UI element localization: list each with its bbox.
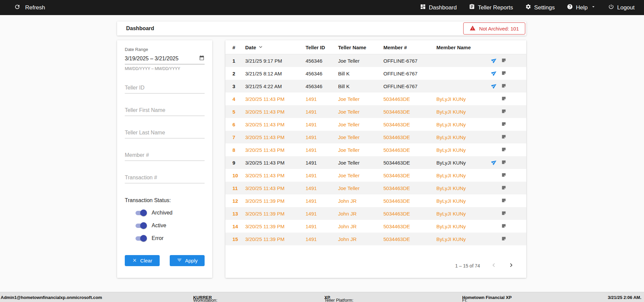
cell-member-name: ByLyJI KUNy (436, 109, 481, 115)
nav-dashboard-label: Dashboard (429, 4, 457, 11)
cell-teller-id: 1491 (306, 147, 338, 153)
main-content: Dashboard Not Archived: 101 Date Range 3… (117, 21, 526, 278)
teller-first-name-field[interactable] (125, 105, 205, 116)
error-switch[interactable] (135, 235, 147, 242)
send-icon[interactable] (491, 83, 497, 89)
column-header-teller-id[interactable]: Teller ID (306, 45, 338, 50)
note-icon[interactable] (501, 236, 506, 242)
note-icon[interactable] (501, 210, 506, 217)
column-header-teller-name[interactable]: Teller Name (338, 45, 383, 50)
date-range-input[interactable]: 3/19/2025 – 3/21/2025 (125, 53, 205, 64)
refresh-button[interactable]: Refresh (14, 4, 45, 12)
clear-button[interactable]: Clear (125, 255, 160, 266)
transaction-status-label: Transaction Status: (125, 197, 205, 203)
table-row[interactable]: 2 3/21/25 8:12 AM 456346 Bill K OFFLINE-… (225, 67, 526, 80)
column-header-member-name[interactable]: Member Name (436, 45, 481, 50)
previous-page-button[interactable] (490, 261, 497, 270)
status-bar: Admin1@hometownfinancialxp.onmicrosoft.c… (0, 292, 644, 302)
table-row[interactable]: 9 3/20/25 11:43 PM 1491 Joe Teller 50344… (225, 156, 526, 169)
cell-date: 3/20/25 11:43 PM (245, 109, 306, 115)
next-page-button[interactable] (507, 261, 515, 270)
note-icon[interactable] (501, 109, 506, 115)
nav-logout[interactable]: Logout (608, 4, 635, 11)
calendar-icon[interactable] (199, 55, 205, 62)
table-row[interactable]: 5 3/20/25 11:43 PM 1491 Joe Teller 50344… (225, 105, 526, 118)
active-switch[interactable] (135, 222, 147, 229)
filter-icon (177, 257, 182, 264)
cell-row-number: 1 (232, 58, 245, 64)
table-row[interactable]: 11 3/20/25 11:43 PM 1491 Joe Teller 5034… (225, 182, 526, 194)
member-number-field[interactable] (125, 150, 205, 161)
cell-teller-id: 456346 (306, 71, 338, 76)
teller-platform-info: Teller Platform: XP (324, 295, 330, 300)
table-row[interactable]: 6 3/20/25 11:43 PM 1491 Joe Teller 50344… (225, 118, 526, 131)
cell-member-number: OFFLINE-6767 (383, 71, 436, 76)
note-icon[interactable] (501, 160, 506, 166)
table-row[interactable]: 1 3/21/25 9:17 PM 456346 Joe Teller OFFL… (225, 54, 526, 67)
gear-icon (525, 4, 531, 11)
cell-date: 3/20/25 11:43 PM (245, 160, 306, 166)
teller-id-field[interactable] (125, 82, 205, 94)
nav-dashboard[interactable]: Dashboard (420, 4, 457, 11)
table-row[interactable]: 3 3/21/25 4:22 AM 456346 Bill K OFFLINE-… (225, 80, 526, 93)
note-icon[interactable] (501, 96, 506, 102)
cell-member-name: ByLyJI KUNy (436, 134, 481, 140)
note-icon[interactable] (501, 70, 506, 77)
not-archived-label: Not Archived: 101 (479, 26, 519, 32)
note-icon[interactable] (501, 83, 506, 89)
table-row[interactable]: 13 3/20/25 11:39 PM 1491 John JR 5034463… (225, 207, 526, 220)
toggle-archived[interactable]: Archived (135, 209, 205, 216)
fi-value: Hometown Financial XP (462, 295, 512, 300)
cell-member-number: 5034463DE (383, 147, 436, 153)
table-row[interactable]: 7 3/20/25 11:43 PM 1491 Joe Teller 50344… (225, 131, 526, 143)
table-row[interactable]: 10 3/20/25 11:43 PM 1491 Joe Teller 5034… (225, 169, 526, 182)
transaction-number-field[interactable] (125, 172, 205, 183)
cell-row-number: 13 (232, 211, 245, 217)
cell-member-number: 5034463DE (383, 160, 436, 166)
note-icon[interactable] (501, 58, 506, 64)
nav-teller-reports[interactable]: Teller Reports (469, 4, 513, 11)
send-icon[interactable] (491, 159, 497, 166)
column-header-date[interactable]: Date (245, 44, 306, 51)
workstation-info: Workstation: KURRER (193, 295, 212, 300)
send-icon[interactable] (491, 70, 497, 77)
cell-row-number: 2 (232, 71, 245, 76)
table-row[interactable]: 8 3/20/25 11:43 PM 1491 Joe Teller 50344… (225, 143, 526, 156)
apply-button[interactable]: Apply (170, 255, 205, 266)
date-range-label: Date Range (125, 47, 205, 52)
cell-teller-name: Joe Teller (338, 185, 383, 191)
note-icon[interactable] (501, 134, 506, 140)
note-icon[interactable] (501, 198, 506, 204)
table-row[interactable]: 14 3/20/25 11:39 PM 1491 John JR 5034463… (225, 220, 526, 233)
fi-info: FI: Hometown Financial XP (462, 295, 512, 300)
pagination: 1 – 15 of 74 (455, 261, 515, 270)
table-row[interactable]: 15 3/20/25 11:39 PM 1491 John JR 5034463… (225, 233, 526, 245)
table-row[interactable]: 4 3/20/25 11:43 PM 1491 Joe Teller 50344… (225, 93, 526, 105)
logged-in-user: Admin1@hometownfinancialxp.onmicrosoft.c… (1, 295, 102, 300)
cell-member-name: ByLyJI KUNy (436, 160, 481, 166)
cell-row-number: 10 (232, 173, 245, 178)
toggle-error[interactable]: Error (135, 235, 205, 242)
note-icon[interactable] (501, 121, 506, 128)
sort-chevron-icon (258, 44, 264, 51)
cell-row-number: 3 (232, 83, 245, 89)
column-header-number[interactable]: # (232, 45, 245, 50)
teller-last-name-field[interactable] (125, 127, 205, 138)
cell-member-name: ByLyJI KUNy (436, 211, 481, 217)
nav-help[interactable]: Help (567, 4, 596, 11)
cell-date: 3/20/25 11:39 PM (245, 224, 306, 229)
archived-switch[interactable] (135, 209, 147, 216)
note-icon[interactable] (501, 172, 506, 179)
note-icon[interactable] (501, 147, 506, 153)
nav-settings[interactable]: Settings (525, 4, 555, 11)
send-icon[interactable] (491, 57, 497, 64)
cell-member-name: ByLyJI KUNy (436, 185, 481, 191)
table-row[interactable]: 12 3/20/25 11:39 PM 1491 John JR 5034463… (225, 194, 526, 207)
column-header-member-number[interactable]: Member # (383, 45, 436, 50)
not-archived-badge[interactable]: Not Archived: 101 (463, 22, 525, 35)
note-icon[interactable] (501, 223, 506, 230)
cell-member-number: 5034463DE (383, 236, 436, 242)
cell-member-number: 5034463DE (383, 173, 436, 178)
note-icon[interactable] (501, 185, 506, 191)
toggle-active[interactable]: Active (135, 222, 205, 229)
